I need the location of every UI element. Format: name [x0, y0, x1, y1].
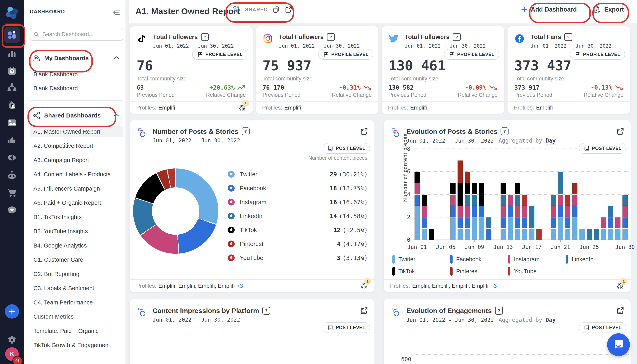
bar-day-9[interactable] — [471, 149, 478, 240]
dashboard-item[interactable]: A3. Campaign Report — [30, 154, 123, 166]
legend-item[interactable]: YouTube — [228, 254, 263, 261]
help-icon[interactable]: ? — [564, 33, 572, 41]
legend-item[interactable]: Instagram — [228, 199, 266, 206]
bar-day-16[interactable] — [521, 149, 528, 240]
legend-item[interactable]: TikTok — [392, 267, 415, 276]
bar-day-10[interactable] — [478, 149, 485, 240]
legend-item[interactable]: YouTube — [508, 267, 536, 276]
add-button[interactable] — [5, 304, 19, 318]
profiles-more-link[interactable]: +3 — [490, 283, 497, 289]
bar-day-4[interactable] — [435, 149, 442, 240]
legend-item[interactable]: Facebook — [450, 255, 482, 264]
legend-item[interactable]: LinkedIn — [228, 213, 262, 220]
legend-item[interactable]: Twitter — [228, 171, 257, 178]
legend-item[interactable]: LinkedIn — [566, 255, 594, 264]
help-icon[interactable]: ? — [453, 33, 461, 41]
bar-day-21[interactable] — [557, 149, 564, 240]
dashboard-item[interactable]: TikTok Growth & Engagement — [30, 340, 123, 351]
legend-item[interactable]: Pinterest — [228, 240, 263, 247]
donut-chart[interactable] — [133, 168, 218, 254]
aggregated-by[interactable]: Aggregated by Day — [498, 138, 556, 144]
open-chart-icon[interactable] — [360, 306, 368, 315]
bar-day-28[interactable] — [607, 149, 614, 240]
bar-day-20[interactable] — [550, 149, 557, 240]
dashboard-item[interactable]: A1. Master Owned Report — [30, 126, 123, 138]
dashboard-item[interactable]: A4. Content Labels - Products — [30, 169, 123, 180]
sidebar-item-care[interactable] — [0, 98, 24, 112]
sidebar-item-engagement[interactable] — [0, 133, 24, 147]
panel-scrollbar[interactable] — [126, 0, 129, 364]
search-input[interactable] — [42, 31, 119, 38]
bar-day-29[interactable] — [614, 149, 622, 240]
bar-day-7[interactable] — [456, 149, 464, 240]
bar-day-13[interactable] — [500, 149, 507, 240]
sidebar-item-dashboards[interactable] — [4, 27, 20, 43]
open-chart-icon[interactable] — [616, 306, 625, 315]
add-dashboard-button[interactable]: Add Dashboard — [520, 6, 578, 13]
bar-day-14[interactable] — [507, 149, 514, 240]
dashboard-item[interactable]: A5. Influencers Campaign — [30, 183, 123, 194]
help-icon[interactable]: ? — [327, 33, 335, 41]
bar-day-3[interactable] — [428, 149, 435, 240]
dashboard-item[interactable]: Blank Dashboard — [30, 68, 123, 80]
dashboard-item[interactable]: Custom Metrics — [30, 311, 123, 322]
bar-day-6[interactable] — [449, 149, 456, 240]
help-icon[interactable]: ? — [495, 307, 503, 314]
help-icon[interactable]: ? — [201, 33, 209, 41]
collapse-panel-icon[interactable] — [112, 8, 121, 17]
sidebar-item-bot[interactable] — [0, 168, 24, 182]
sidebar-item-listening[interactable] — [0, 150, 24, 165]
legend-item[interactable]: Instagram — [508, 255, 540, 264]
legend-item[interactable]: Facebook — [228, 185, 266, 192]
dashboard-item[interactable]: C2. Bot Reporting — [30, 268, 123, 280]
dashboard-item[interactable]: C3. Labels & Sentiment — [30, 282, 123, 294]
sidebar-item-community[interactable] — [0, 80, 24, 95]
bar-day-25[interactable] — [586, 149, 593, 240]
filter-control[interactable]: 1 — [238, 104, 246, 112]
chat-launcher-button[interactable] — [607, 333, 630, 356]
export-button[interactable]: Export — [592, 6, 625, 14]
copy-icon[interactable] — [272, 6, 280, 14]
open-chart-icon[interactable] — [360, 127, 368, 136]
profiles-more-link[interactable]: +3 — [237, 283, 243, 289]
chevron-up-icon[interactable] — [113, 113, 120, 118]
dashboard-item[interactable]: C1. Customer Care — [30, 254, 123, 266]
bar-day-27[interactable] — [600, 149, 607, 240]
dashboard-item[interactable]: C4. Team Performance — [30, 297, 123, 308]
emplifi-logo-icon[interactable] — [0, 5, 24, 21]
dashboard-item[interactable]: Blank Dashboard — [30, 82, 123, 94]
bar-day-30[interactable] — [622, 149, 629, 240]
bar-day-15[interactable] — [514, 149, 521, 240]
legend-item[interactable]: TikTok — [228, 226, 257, 233]
dashboard-item[interactable]: A6. Paid + Organic Report — [30, 197, 123, 209]
bar-day-26[interactable] — [593, 149, 600, 240]
dashboard-item[interactable]: Template: Paid + Organic — [30, 325, 123, 337]
help-icon[interactable]: ? — [242, 128, 250, 136]
bar-day-12[interactable] — [492, 149, 500, 240]
help-icon[interactable]: ? — [262, 307, 270, 314]
my-dashboards-header[interactable]: My Dashboards — [33, 54, 89, 62]
sidebar-item-media[interactable] — [0, 116, 24, 130]
settings-gear-icon[interactable] — [0, 334, 24, 346]
sidebar-item-publisher[interactable]: 3 — [0, 64, 24, 78]
bar-day-11[interactable] — [485, 149, 492, 240]
open-chart-icon[interactable] — [616, 127, 625, 136]
dashboard-item[interactable]: B1. TikTok Insights — [30, 211, 123, 223]
filter-control[interactable]: 1 — [360, 282, 368, 290]
sidebar-item-reviews[interactable] — [0, 203, 24, 218]
stacked-bar-chart[interactable]: 02468Jun 01Jun 05Jun 09Jun 13Jun 17Jun 2… — [414, 149, 629, 240]
bar-day-18[interactable] — [536, 149, 542, 240]
sidebar-item-commerce[interactable] — [0, 186, 24, 200]
bar-day-19[interactable] — [542, 149, 550, 240]
bar-day-22[interactable] — [564, 149, 571, 240]
dashboard-item[interactable]: B4. Google Analytics — [30, 240, 123, 251]
bar-day-17[interactable] — [528, 149, 536, 240]
legend-item[interactable]: Pinterest — [450, 267, 479, 276]
bar-day-24[interactable] — [578, 149, 586, 240]
bar-day-1[interactable] — [414, 149, 421, 240]
dashboard-item[interactable]: B2. YouTube Insights — [30, 226, 123, 237]
chevron-up-icon[interactable] — [113, 56, 120, 60]
bar-day-23[interactable] — [571, 149, 578, 240]
filter-control[interactable]: 1 — [616, 282, 624, 290]
dashboard-item[interactable]: A2. Competitive Report — [30, 140, 123, 152]
